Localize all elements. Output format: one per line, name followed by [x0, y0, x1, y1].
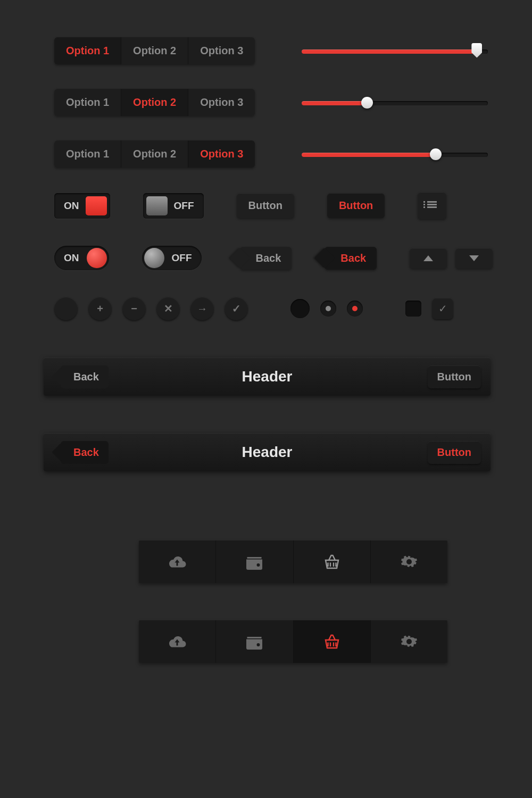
gear-icon — [400, 634, 419, 650]
segment-option-3[interactable]: Option 3 — [188, 89, 255, 116]
round-button-plus[interactable]: + — [88, 297, 112, 320]
toggle-round-off[interactable]: OFF — [142, 246, 202, 270]
segment-option-3[interactable]: Option 3 — [188, 37, 255, 64]
radio-grey[interactable] — [320, 301, 336, 317]
slider-thumb[interactable] — [361, 97, 373, 109]
toggle-on-label: ON — [57, 200, 86, 212]
basket-icon — [322, 634, 342, 650]
segmented-control-3[interactable]: Option 1 Option 2 Option 3 — [54, 140, 255, 168]
header-bar-2: Back Header Button — [44, 433, 491, 471]
segment-option-1[interactable]: Option 1 — [54, 89, 121, 116]
slider-thumb[interactable] — [430, 148, 442, 160]
header-back-button[interactable]: Back — [61, 441, 109, 464]
header-title: Header — [242, 444, 293, 461]
check-icon: ✓ — [438, 302, 447, 315]
list-icon — [427, 200, 437, 209]
segment-option-3[interactable]: Option 3 — [188, 140, 255, 168]
toggle-on-label: ON — [56, 252, 87, 264]
segment-option-1[interactable]: Option 1 — [54, 140, 121, 168]
wallet-icon — [245, 554, 264, 570]
toggle-knob — [146, 196, 168, 215]
cloud-upload-icon — [168, 634, 187, 650]
slider-2[interactable] — [302, 95, 488, 111]
toggle-square-on[interactable]: ON — [54, 193, 110, 219]
toggle-off-label: OFF — [168, 200, 201, 212]
tab-wallet[interactable] — [216, 541, 293, 583]
slider-1[interactable] — [302, 43, 488, 59]
minus-icon: − — [131, 303, 137, 315]
list-button[interactable] — [418, 192, 446, 219]
header-action-button[interactable]: Button — [428, 441, 481, 464]
toggle-knob — [144, 248, 164, 268]
back-button-red[interactable]: Back — [325, 247, 377, 270]
round-button-blank[interactable] — [54, 297, 78, 320]
header-back-button[interactable]: Back — [61, 365, 109, 388]
tab-cloud[interactable] — [139, 620, 216, 663]
slider-fill — [302, 101, 367, 105]
segmented-control-2[interactable]: Option 1 Option 2 Option 3 — [54, 89, 255, 116]
slider-fill — [302, 49, 477, 54]
tab-settings[interactable] — [371, 620, 447, 663]
close-icon: ✕ — [164, 302, 173, 315]
radio-solid[interactable] — [290, 299, 310, 318]
tab-cloud[interactable] — [139, 541, 216, 583]
gear-icon — [400, 554, 419, 570]
radio-red[interactable] — [347, 301, 363, 317]
round-button-check[interactable]: ✓ — [225, 297, 248, 320]
radio-dot — [352, 306, 358, 311]
back-button[interactable]: Back — [240, 247, 292, 270]
plus-icon: + — [97, 303, 103, 315]
checkbox-empty[interactable] — [405, 301, 421, 317]
tab-wallet[interactable] — [216, 620, 293, 663]
round-button-close[interactable]: ✕ — [156, 297, 180, 320]
toggle-knob — [86, 196, 107, 215]
chevron-down-icon — [469, 255, 479, 261]
tab-settings[interactable] — [371, 541, 447, 583]
wallet-icon — [245, 634, 264, 650]
slider-3[interactable] — [302, 146, 488, 162]
basket-icon — [322, 554, 342, 570]
toggle-round-on[interactable]: ON — [54, 246, 109, 270]
tab-basket[interactable] — [294, 620, 371, 663]
chevron-up-icon — [423, 255, 433, 261]
arrow-down-button[interactable] — [455, 248, 493, 269]
segmented-control-1[interactable]: Option 1 Option 2 Option 3 — [54, 37, 255, 64]
toggle-square-off[interactable]: OFF — [143, 193, 204, 219]
header-title: Header — [242, 368, 293, 385]
toggle-off-label: OFF — [164, 252, 200, 264]
tab-bar-1 — [139, 541, 447, 583]
arrow-up-button[interactable] — [410, 248, 447, 269]
segment-option-2[interactable]: Option 2 — [121, 37, 188, 64]
button-red[interactable]: Button — [327, 193, 385, 218]
arrow-right-icon: → — [197, 303, 207, 315]
header-bar-1: Back Header Button — [44, 358, 491, 396]
toggle-knob — [87, 248, 107, 268]
check-icon: ✓ — [232, 302, 241, 315]
button-plain[interactable]: Button — [237, 193, 294, 218]
header-action-button[interactable]: Button — [428, 365, 481, 388]
segment-option-1[interactable]: Option 1 — [54, 37, 121, 64]
slider-thumb[interactable] — [471, 43, 482, 58]
checkbox-checked[interactable]: ✓ — [432, 298, 453, 319]
round-button-minus[interactable]: − — [122, 297, 146, 320]
slider-fill — [302, 153, 436, 157]
cloud-upload-icon — [168, 554, 187, 570]
round-button-next[interactable]: → — [190, 297, 214, 320]
radio-dot — [326, 306, 331, 311]
segment-option-2[interactable]: Option 2 — [121, 140, 188, 168]
segment-option-2[interactable]: Option 2 — [121, 89, 188, 116]
tab-basket[interactable] — [294, 541, 371, 583]
tab-bar-2 — [139, 620, 447, 663]
